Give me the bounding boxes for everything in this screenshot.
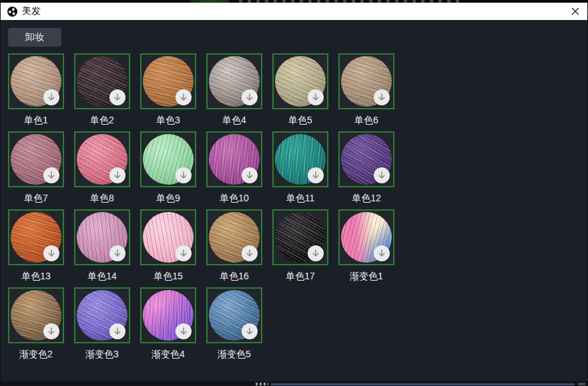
hair-swatch-tile[interactable] — [8, 131, 64, 187]
download-button[interactable] — [109, 167, 125, 183]
download-button[interactable] — [176, 167, 192, 183]
hair-swatch[interactable]: 单色8 — [74, 131, 130, 209]
hair-swatch-tile[interactable] — [8, 209, 64, 265]
hair-swatch-label: 渐变色4 — [140, 343, 196, 365]
hair-swatch-tile[interactable] — [8, 53, 64, 109]
hair-swatch-label: 单色15 — [140, 265, 196, 287]
hair-swatch[interactable]: 渐变色2 — [8, 287, 64, 365]
hair-swatch[interactable]: 单色15 — [140, 209, 196, 287]
hair-swatch-grid: 单色1 单色2 单色3 单色4 单色5 单色6 单色7 单色8 单色9 单色10… — [8, 53, 580, 365]
download-button[interactable] — [176, 245, 192, 261]
backdrop-seek-bar — [271, 383, 575, 385]
hair-swatch[interactable]: 渐变色3 — [74, 287, 130, 365]
hair-swatch-label: 单色6 — [338, 109, 394, 131]
download-icon — [245, 93, 254, 102]
hair-swatch-label: 单色3 — [140, 109, 196, 131]
hair-swatch-label: 单色1 — [8, 109, 64, 131]
download-button[interactable] — [374, 167, 390, 183]
download-button[interactable] — [374, 89, 390, 105]
hair-swatch[interactable]: 单色6 — [338, 53, 394, 131]
hair-swatch[interactable]: 渐变色1 — [338, 209, 394, 287]
hair-swatch[interactable]: 单色7 — [8, 131, 64, 209]
hair-swatch-tile[interactable] — [338, 53, 394, 109]
close-button[interactable] — [567, 4, 583, 19]
hair-swatch-label: 渐变色2 — [8, 343, 64, 365]
hair-swatch-tile[interactable] — [206, 131, 262, 187]
download-button[interactable] — [109, 89, 125, 105]
download-icon — [311, 93, 320, 102]
hair-swatch[interactable]: 渐变色5 — [206, 287, 262, 365]
hair-swatch[interactable]: 单色9 — [140, 131, 196, 209]
download-icon — [377, 93, 386, 102]
download-button[interactable] — [308, 245, 324, 261]
download-icon — [179, 249, 188, 258]
download-button[interactable] — [374, 245, 390, 261]
hair-swatch-tile[interactable] — [272, 53, 328, 109]
hair-swatch[interactable]: 单色2 — [74, 53, 130, 131]
download-button[interactable] — [176, 323, 192, 339]
hair-swatch-tile[interactable] — [272, 209, 328, 265]
hair-swatch-tile[interactable] — [74, 287, 130, 343]
download-button[interactable] — [308, 167, 324, 183]
hair-swatch[interactable]: 单色12 — [338, 131, 394, 209]
hair-swatch[interactable]: 单色16 — [206, 209, 262, 287]
download-icon — [311, 249, 320, 258]
hair-swatch-tile[interactable] — [272, 131, 328, 187]
hair-swatch-tile[interactable] — [140, 209, 196, 265]
download-button[interactable] — [109, 323, 125, 339]
hair-swatch-tile[interactable] — [8, 287, 64, 343]
hair-swatch-tile[interactable] — [338, 209, 394, 265]
download-icon — [113, 249, 122, 258]
hair-swatch-tile[interactable] — [140, 53, 196, 109]
download-icon — [47, 93, 56, 102]
download-icon — [47, 171, 56, 180]
download-icon — [311, 171, 320, 180]
hair-swatch[interactable]: 单色4 — [206, 53, 262, 131]
download-button[interactable] — [242, 323, 258, 339]
hair-swatch[interactable]: 单色17 — [272, 209, 328, 287]
hair-swatch-tile[interactable] — [140, 287, 196, 343]
hair-swatch-tile[interactable] — [74, 53, 130, 109]
hair-swatch-tile[interactable] — [338, 131, 394, 187]
hair-swatch[interactable]: 单色1 — [8, 53, 64, 131]
backdrop-bottom-strip — [0, 381, 588, 386]
hair-swatch[interactable]: 渐变色4 — [140, 287, 196, 365]
download-icon — [47, 249, 56, 258]
download-button[interactable] — [242, 89, 258, 105]
download-icon — [179, 327, 188, 336]
hair-swatch[interactable]: 单色3 — [140, 53, 196, 131]
download-button[interactable] — [308, 89, 324, 105]
hair-swatch-label: 单色12 — [338, 187, 394, 209]
hair-swatch-tile[interactable] — [206, 209, 262, 265]
download-button[interactable] — [109, 245, 125, 261]
download-icon — [113, 171, 122, 180]
hair-swatch-label: 单色8 — [74, 187, 130, 209]
backdrop-tick-marks — [256, 383, 268, 385]
hair-swatch[interactable]: 单色10 — [206, 131, 262, 209]
download-button[interactable] — [43, 323, 59, 339]
download-button[interactable] — [176, 89, 192, 105]
download-button[interactable] — [242, 167, 258, 183]
download-icon — [245, 327, 254, 336]
hair-swatch[interactable]: 单色11 — [272, 131, 328, 209]
download-button[interactable] — [242, 245, 258, 261]
download-button[interactable] — [43, 89, 59, 105]
download-icon — [245, 249, 254, 258]
hair-swatch[interactable]: 单色13 — [8, 209, 64, 287]
dialog-title: 美发 — [22, 5, 41, 17]
hair-swatch-label: 单色5 — [272, 109, 328, 131]
download-icon — [377, 171, 386, 180]
download-icon — [113, 93, 122, 102]
hair-swatch-tile[interactable] — [140, 131, 196, 187]
hair-swatch-tile[interactable] — [206, 287, 262, 343]
hair-swatch[interactable]: 单色14 — [74, 209, 130, 287]
hair-swatch-tile[interactable] — [206, 53, 262, 109]
download-button[interactable] — [43, 167, 59, 183]
hair-swatch-tile[interactable] — [74, 209, 130, 265]
download-button[interactable] — [43, 245, 59, 261]
dialog-titlebar[interactable]: 美发 — [1, 3, 587, 20]
hair-swatch-tile[interactable] — [74, 131, 130, 187]
hair-swatch-label: 单色16 — [206, 265, 262, 287]
remove-makeup-button[interactable]: 卸妆 — [8, 28, 61, 47]
hair-swatch[interactable]: 单色5 — [272, 53, 328, 131]
